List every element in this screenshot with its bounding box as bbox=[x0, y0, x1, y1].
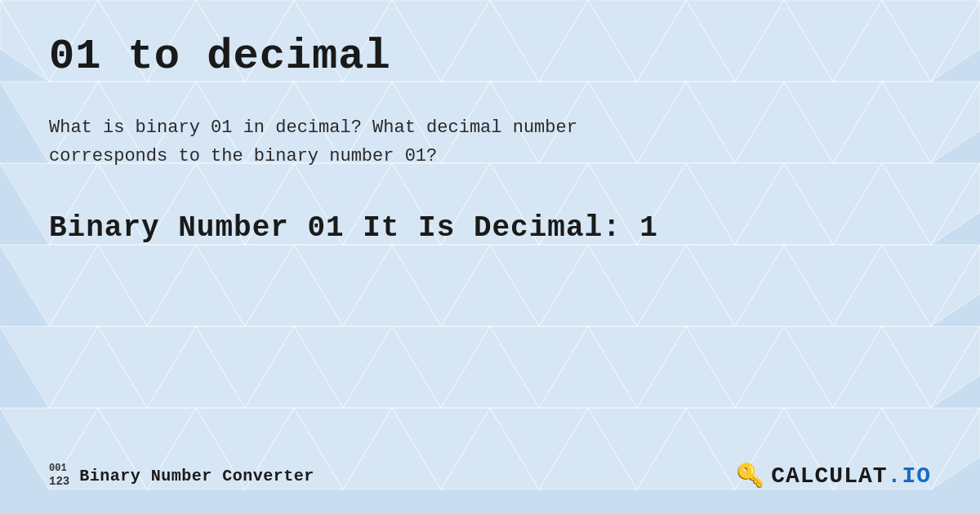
footer-brand: Binary Number Converter bbox=[79, 467, 314, 485]
page-title: 01 to decimal bbox=[49, 33, 931, 81]
description-line2: corresponds to the binary number 01? bbox=[49, 146, 437, 166]
footer-left: 001 123 Binary Number Converter bbox=[49, 463, 314, 488]
calculat-io: .IO bbox=[888, 463, 931, 489]
footer-right: 🔑 CALCULAT.IO bbox=[736, 462, 931, 490]
key-icon: 🔑 bbox=[736, 462, 764, 490]
result-text: Binary Number 01 It Is Decimal: 1 bbox=[49, 211, 931, 245]
description-line1: What is binary 01 in decimal? What decim… bbox=[49, 117, 577, 138]
logo-bottom: 123 bbox=[49, 475, 69, 489]
logo-top: 001 bbox=[49, 463, 69, 474]
footer: 001 123 Binary Number Converter 🔑 CALCUL… bbox=[49, 445, 931, 490]
calculat-text: CALCULAT bbox=[771, 463, 887, 489]
logo-numbers: 001 123 bbox=[49, 463, 69, 488]
calculat-logo: CALCULAT.IO bbox=[771, 463, 931, 489]
description-text: What is binary 01 in decimal? What decim… bbox=[49, 113, 784, 171]
